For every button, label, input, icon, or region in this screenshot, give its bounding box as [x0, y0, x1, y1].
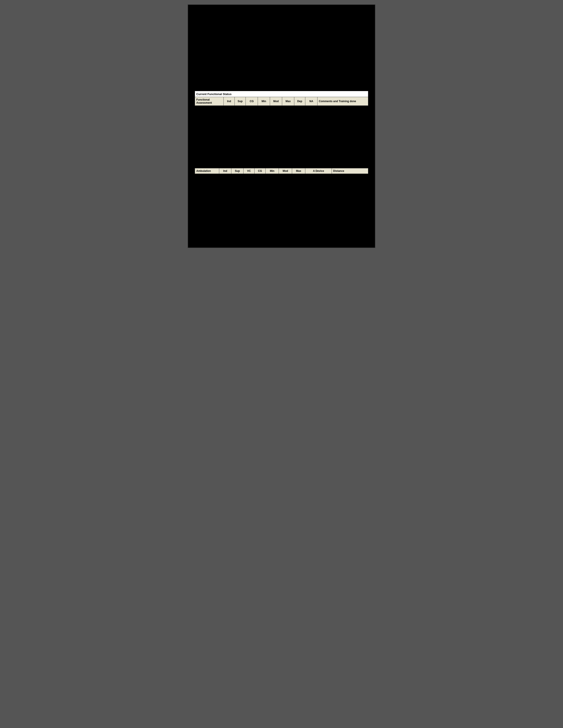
table-title-row: Current Functional Status — [195, 91, 368, 97]
col-header-sup: Sup — [235, 97, 246, 105]
amb-col-header-a-device: A Device — [305, 168, 332, 174]
col-header-min: Min — [258, 97, 270, 105]
amb-col-header-vc: VC — [243, 168, 254, 174]
col-header-ind: Ind — [224, 97, 235, 105]
amb-col-header-distance: Distance — [332, 168, 368, 174]
amb-col-header-min: Min — [265, 168, 279, 174]
col-header-na: NA — [305, 97, 318, 105]
amb-col-header-max: Max — [292, 168, 305, 174]
col-header-max: Max — [282, 97, 294, 105]
amb-col-header-ind: Ind — [219, 168, 231, 174]
current-functional-status-section: Current Functional Status Functional Ass… — [195, 91, 368, 106]
col-header-dep: Dep — [294, 97, 305, 105]
col-header-mod: Mod — [270, 97, 282, 105]
functional-status-table: Current Functional Status Functional Ass… — [195, 91, 368, 106]
amb-header-row: Ambulation Ind Sup VC CG Min — [195, 168, 368, 174]
inner-page: Current Functional Status Functional Ass… — [192, 9, 371, 243]
ambulation-table: Ambulation Ind Sup VC CG Min — [195, 168, 368, 174]
amb-col-header-cg: CG — [254, 168, 265, 174]
amb-col-header-mod: Mod — [279, 168, 292, 174]
page: Current Functional Status Functional Ass… — [188, 4, 375, 248]
table-header-row: Functional Assessment Ind Sup CG Min — [195, 97, 368, 106]
col-header-cg: CG — [246, 97, 258, 105]
amb-col-header-ambulation: Ambulation — [195, 168, 219, 174]
ambulation-section: Ambulation Ind Sup VC CG Min — [195, 168, 368, 174]
col-header-functional: Functional Assessment — [195, 97, 224, 105]
table-title: Current Functional Status — [196, 92, 231, 96]
amb-col-header-sup: Sup — [231, 168, 243, 174]
col-header-comments: Comments and Training done — [318, 97, 368, 105]
